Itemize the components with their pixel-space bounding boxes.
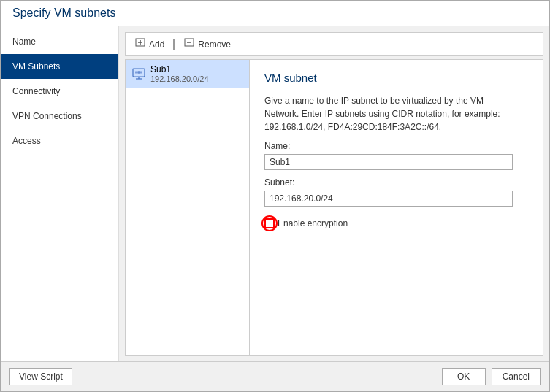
cancel-button[interactable]: Cancel	[492, 368, 541, 385]
dialog-body: Name VM Subnets Connectivity VPN Connect…	[1, 26, 549, 361]
encryption-label[interactable]: Enable encryption	[278, 218, 348, 228]
name-label: Name:	[264, 141, 528, 151]
subnet-field-group: Subnet:	[264, 177, 528, 207]
encryption-row: Enable encryption	[264, 218, 528, 228]
toolbar-separator	[173, 39, 175, 50]
sidebar-item-vm-subnets[interactable]: VM Subnets	[1, 54, 118, 79]
footer-right: OK Cancel	[442, 368, 541, 385]
subnet-label: Subnet:	[264, 177, 528, 188]
subnet-panel: Sub1 192.168.20.0/24 VM subnet Give a na…	[125, 59, 543, 356]
sidebar-item-access[interactable]: Access	[1, 128, 118, 153]
name-input[interactable]	[264, 154, 513, 170]
sidebar: Name VM Subnets Connectivity VPN Connect…	[1, 26, 119, 361]
view-script-button[interactable]: View Script	[9, 368, 72, 385]
dialog: Specify VM subnets Name VM Subnets Conne…	[0, 0, 550, 392]
encryption-checkbox[interactable]	[264, 218, 275, 228]
sidebar-item-connectivity[interactable]: Connectivity	[1, 79, 118, 104]
toolbar: Add Remove	[125, 32, 543, 56]
remove-icon	[183, 37, 195, 51]
remove-button[interactable]: Remove	[180, 36, 234, 53]
list-item[interactable]: Sub1 192.168.20.0/24	[126, 60, 249, 88]
detail-description: Give a name to the IP subnet to be virtu…	[264, 94, 513, 134]
subnet-list: Sub1 192.168.20.0/24	[126, 60, 250, 355]
footer-left: View Script	[9, 368, 72, 385]
add-label: Add	[149, 39, 164, 50]
dialog-footer: View Script OK Cancel	[1, 361, 549, 391]
sidebar-item-name[interactable]: Name	[1, 29, 118, 54]
encryption-checkbox-wrapper	[264, 218, 275, 228]
name-field-group: Name:	[264, 141, 528, 170]
detail-panel: VM subnet Give a name to the IP subnet t…	[250, 60, 543, 355]
subnet-item-name: Sub1	[150, 64, 209, 74]
subnet-item-cidr: 192.168.20.0/24	[150, 74, 209, 83]
add-icon	[134, 37, 146, 51]
subnet-icon	[131, 66, 146, 80]
sidebar-item-vpn-connections[interactable]: VPN Connections	[1, 104, 118, 128]
ok-button[interactable]: OK	[442, 368, 486, 385]
remove-label: Remove	[198, 39, 231, 50]
add-button[interactable]: Add	[131, 36, 167, 53]
detail-title: VM subnet	[264, 72, 528, 84]
main-content: Add Remove	[119, 26, 549, 361]
dialog-title: Specify VM subnets	[1, 1, 549, 26]
subnet-item-text: Sub1 192.168.20.0/24	[150, 64, 209, 83]
subnet-input[interactable]	[264, 191, 513, 207]
